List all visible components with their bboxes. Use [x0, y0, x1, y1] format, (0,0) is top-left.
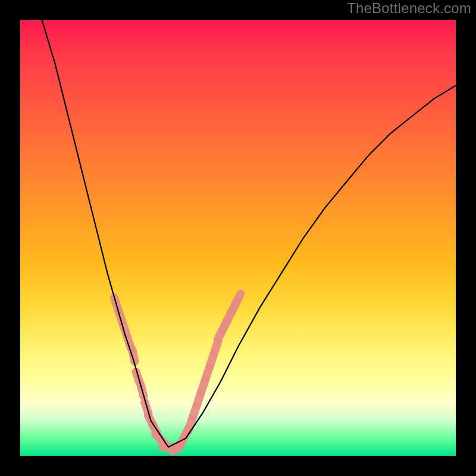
chart-frame: TheBottleneck.com [0, 0, 476, 476]
data-clusters [114, 294, 241, 452]
bottleneck-curve [42, 20, 456, 447]
cluster-point [236, 294, 241, 305]
chart-svg [20, 20, 456, 456]
plot-area [20, 20, 456, 456]
watermark-text: TheBottleneck.com [347, 0, 471, 17]
